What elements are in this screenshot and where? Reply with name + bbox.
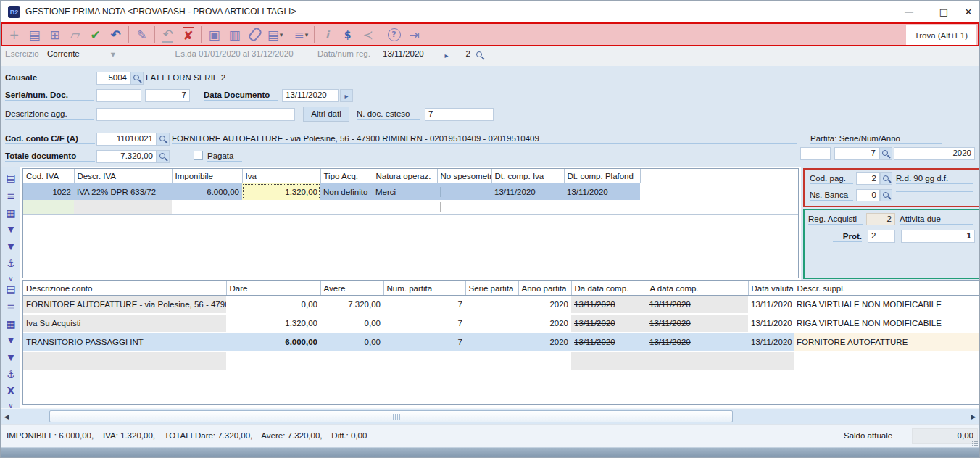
new-icon[interactable]: + bbox=[4, 25, 24, 43]
confirm-icon[interactable]: ✔ bbox=[86, 25, 105, 43]
resize-grip[interactable] bbox=[972, 441, 978, 446]
prot-num-field[interactable]: 1 bbox=[901, 230, 975, 243]
list-menu-icon[interactable]: ≡▾ bbox=[291, 25, 311, 43]
anchor-icon[interactable]: ⚓ bbox=[4, 369, 17, 380]
causale-code-field[interactable]: 5004 bbox=[96, 72, 130, 85]
conto-cell-a-data-comp[interactable]: 13/11/2020 bbox=[647, 333, 748, 351]
conto-cell-dare[interactable]: 1.320,00 bbox=[226, 314, 320, 333]
conto-cell-a-data-comp[interactable]: 13/11/2020 bbox=[647, 296, 748, 315]
conto-cell-descr-suppl[interactable]: RIGA VIRTUALE NON MODIFICABILE bbox=[794, 314, 980, 333]
conto-cell-da-data-comp[interactable]: 13/11/2020 bbox=[571, 314, 647, 333]
filter-icon[interactable]: ▼ bbox=[4, 335, 17, 346]
iva-empty-dt-comp-plafond[interactable] bbox=[564, 200, 640, 215]
scroll-right-icon[interactable]: ▶ bbox=[968, 409, 979, 425]
maximize-icon[interactable]: □ bbox=[933, 5, 955, 19]
conto-cell-dare[interactable]: 0,00 bbox=[226, 296, 320, 315]
list-view-icon[interactable]: ≡ bbox=[4, 301, 17, 312]
anchor-icon[interactable]: ⚓ bbox=[4, 258, 17, 270]
conto-cell-anno-partita[interactable]: 2020 bbox=[518, 314, 571, 333]
iva-empty-natura-operaz[interactable] bbox=[373, 200, 437, 215]
conto-empty-a-data-comp[interactable] bbox=[647, 351, 748, 370]
conto-cell-descr-suppl[interactable]: RIGA VIRTUALE NON MODIFICABILE bbox=[794, 296, 980, 315]
conto-cell-data-valuta[interactable]: 13/11/2020 bbox=[748, 296, 794, 315]
conto-cell-data-valuta[interactable]: 13/11/2020 bbox=[748, 333, 794, 351]
conto-cell-avere[interactable]: 7.320,00 bbox=[320, 296, 383, 315]
iva-cell-no-spesometro[interactable] bbox=[437, 183, 491, 201]
delete-icon[interactable]: ✘ bbox=[178, 25, 198, 43]
iva-cell-imponibile[interactable]: 6.000,00 bbox=[172, 183, 242, 201]
partita-lookup-icon[interactable] bbox=[879, 147, 892, 160]
conto-empty-num-partita[interactable] bbox=[383, 351, 465, 370]
data-documento-field[interactable]: 13/11/2020 bbox=[282, 89, 339, 102]
grid-view-icon[interactable]: ▦ bbox=[4, 318, 17, 330]
conto-empty-serie-partita[interactable] bbox=[465, 351, 518, 370]
num-reg-field[interactable]: 2 bbox=[450, 49, 470, 59]
conto-cell-data-valuta[interactable]: 13/11/2020 bbox=[748, 314, 794, 333]
duplicate-icon[interactable]: ⊞ bbox=[45, 25, 65, 43]
cod-conto-lookup-icon[interactable] bbox=[157, 133, 170, 146]
clear-filter-icon[interactable]: ▼ bbox=[4, 352, 17, 364]
prot-serie-field[interactable]: 2 bbox=[868, 230, 895, 243]
data-reg-field[interactable]: 13/11/2020 bbox=[383, 49, 438, 59]
currency-icon[interactable]: $ bbox=[338, 25, 357, 43]
n-doc-esteso-field[interactable]: 7 bbox=[425, 108, 494, 121]
conto-cell-a-data-comp[interactable]: 13/11/2020 bbox=[647, 314, 748, 333]
iva-cell-cod-iva[interactable]: 1022 bbox=[23, 183, 74, 201]
horizontal-scrollbar[interactable]: ◀ ▶ bbox=[1, 408, 979, 425]
find-button[interactable]: Trova (Alt+F1) bbox=[906, 25, 976, 45]
conto-cell-avere[interactable]: 0,00 bbox=[320, 314, 383, 333]
list-view-icon[interactable]: ≡ bbox=[4, 190, 17, 201]
document-menu-icon[interactable]: ▤▾ bbox=[265, 25, 285, 43]
minimize-icon[interactable]: — bbox=[898, 5, 920, 19]
conto-cell-da-data-comp[interactable]: 13/11/2020 bbox=[571, 296, 647, 315]
card-view-icon[interactable]: ▤ bbox=[4, 172, 17, 183]
iva-empty-dt-comp-iva[interactable] bbox=[491, 200, 564, 215]
partita-num-field[interactable]: 7 bbox=[834, 147, 879, 160]
export-excel-icon[interactable]: X bbox=[4, 385, 17, 396]
cod-pag-lookup-icon[interactable] bbox=[880, 172, 892, 185]
conto-cell-serie-partita[interactable] bbox=[465, 333, 518, 351]
conto-cell-serie-partita[interactable] bbox=[465, 314, 518, 333]
clear-filter-icon[interactable]: ▼ bbox=[4, 241, 17, 253]
no-spesometro-checkbox[interactable] bbox=[440, 187, 441, 197]
search-icon[interactable] bbox=[473, 49, 486, 62]
scroll-left-icon[interactable]: ◀ bbox=[1, 409, 12, 425]
esercizio-select[interactable]: Corrente▼ bbox=[47, 49, 117, 59]
causale-lookup-icon[interactable] bbox=[130, 72, 144, 85]
open-folder-icon[interactable]: ▱ bbox=[65, 25, 85, 43]
descrizione-agg-field[interactable] bbox=[96, 108, 295, 121]
num-doc-field[interactable]: 7 bbox=[145, 89, 190, 102]
iva-empty-imponibile[interactable] bbox=[172, 200, 242, 215]
conto-cell-descr-suppl[interactable]: FORNITORE AUTOFATTURE bbox=[794, 333, 980, 351]
copy-icon[interactable]: ▣ bbox=[204, 25, 224, 43]
help-icon[interactable]: ? bbox=[384, 25, 404, 43]
iva-cell-dt-comp-iva[interactable]: 13/11/2020 bbox=[491, 183, 564, 201]
iva-empty-tipo-acq[interactable] bbox=[320, 200, 373, 215]
card-view-icon[interactable]: ▤ bbox=[4, 283, 17, 295]
revert-icon[interactable]: ↶ bbox=[158, 25, 178, 43]
iva-empty-no-spesometro[interactable] bbox=[437, 200, 491, 215]
ns-banca-lookup-icon[interactable] bbox=[880, 189, 892, 201]
conto-cell-serie-partita[interactable] bbox=[465, 296, 518, 315]
iva-cell-tipo-acq[interactable]: Non definito bbox=[320, 183, 373, 201]
conto-empty-anno-partita[interactable] bbox=[518, 351, 571, 370]
conto-cell-num-partita[interactable]: 7 bbox=[383, 333, 465, 351]
close-icon[interactable]: ✕ bbox=[958, 5, 979, 19]
edit-pencil-icon[interactable]: ✎ bbox=[132, 25, 151, 43]
conto-empty-descrizione[interactable] bbox=[23, 351, 226, 370]
grid-view-icon[interactable]: ▦ bbox=[4, 207, 17, 219]
conto-empty-data-valuta[interactable] bbox=[748, 351, 794, 370]
iva-empty-cod-iva[interactable] bbox=[23, 200, 74, 215]
conto-cell-da-data-comp[interactable]: 13/11/2020 bbox=[571, 333, 647, 351]
exit-icon[interactable]: ⇥ bbox=[404, 25, 424, 43]
conto-cell-num-partita[interactable]: 7 bbox=[383, 296, 465, 315]
document-preview-icon[interactable]: ▥ bbox=[225, 25, 244, 43]
conto-empty-descr-suppl[interactable] bbox=[794, 351, 980, 370]
date-next-icon[interactable]: ▸ bbox=[340, 89, 353, 102]
cod-pag-field[interactable]: 2 bbox=[856, 172, 880, 185]
conto-empty-dare[interactable] bbox=[226, 351, 320, 370]
iva-cell-natura-operaz[interactable]: Merci bbox=[373, 183, 437, 201]
ns-banca-field[interactable]: 0 bbox=[856, 189, 880, 201]
conto-cell-descrizione[interactable]: TRANSITORIO PASSAGGI INT bbox=[23, 333, 226, 351]
share-icon[interactable]: ≺ bbox=[358, 25, 378, 43]
